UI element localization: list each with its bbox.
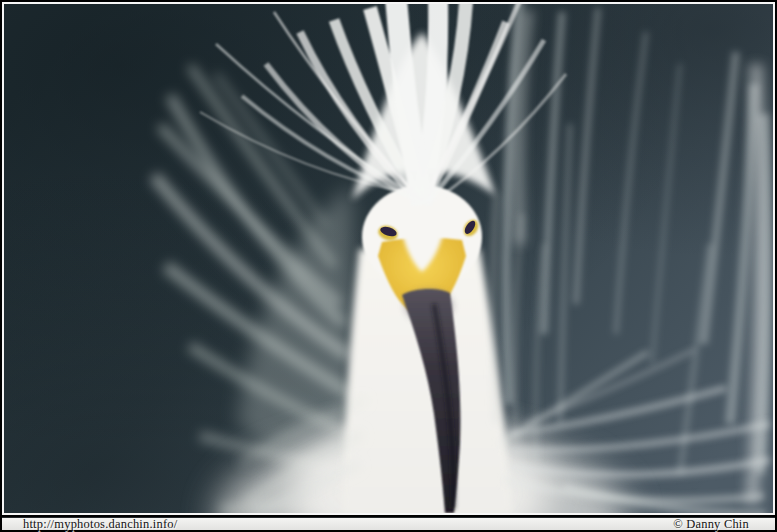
photo-url-link[interactable]: http://myphotos.danchin.info/ — [2, 518, 177, 530]
photo-page: http://myphotos.danchin.info/ © Danny Ch… — [0, 0, 777, 532]
caption-bar: http://myphotos.danchin.info/ © Danny Ch… — [2, 517, 775, 530]
photo-frame — [2, 2, 775, 515]
egret-photo — [4, 4, 773, 513]
copyright-text: © Danny Chin — [673, 518, 775, 530]
egret-photo-art — [4, 4, 773, 513]
